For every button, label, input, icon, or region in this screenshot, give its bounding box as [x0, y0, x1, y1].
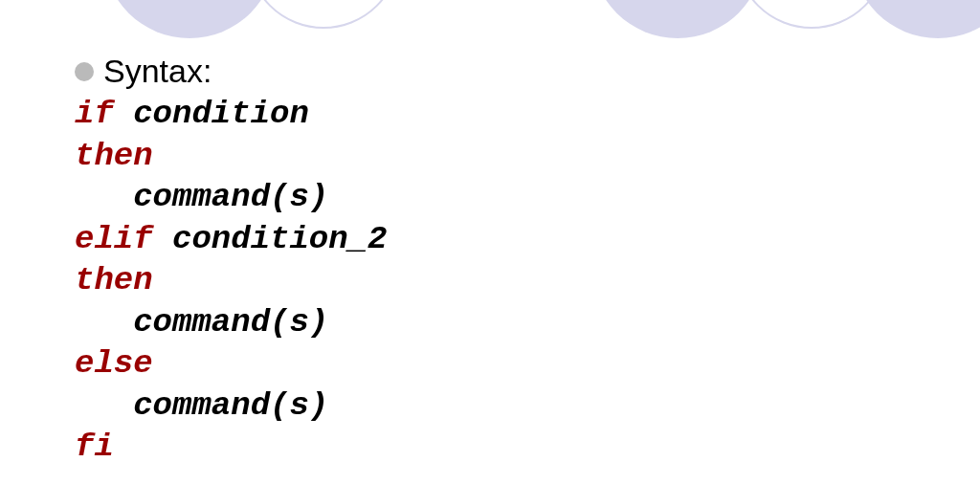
decorative-circle: [591, 0, 764, 38]
bullet-icon: [75, 62, 94, 81]
code-line: fi: [75, 427, 387, 469]
bullet-item: Syntax:: [75, 53, 387, 90]
code-line: command(s): [75, 177, 387, 219]
decorative-circle: [103, 0, 276, 38]
code-line: command(s): [75, 385, 387, 428]
syntax-label: Syntax:: [103, 53, 212, 90]
code-line: else: [75, 343, 387, 385]
code-line: then: [75, 260, 387, 302]
code-line: then: [75, 136, 387, 178]
slide-content: Syntax: if condition then command(s) eli…: [75, 53, 387, 469]
code-line: if condition: [75, 94, 387, 136]
decorative-circle: [852, 0, 980, 38]
decorative-circle: [735, 0, 888, 29]
decorative-circle: [247, 0, 400, 29]
code-line: command(s): [75, 302, 387, 344]
code-block: if condition then command(s) elif condit…: [75, 94, 387, 469]
code-line: elif condition_2: [75, 219, 387, 261]
